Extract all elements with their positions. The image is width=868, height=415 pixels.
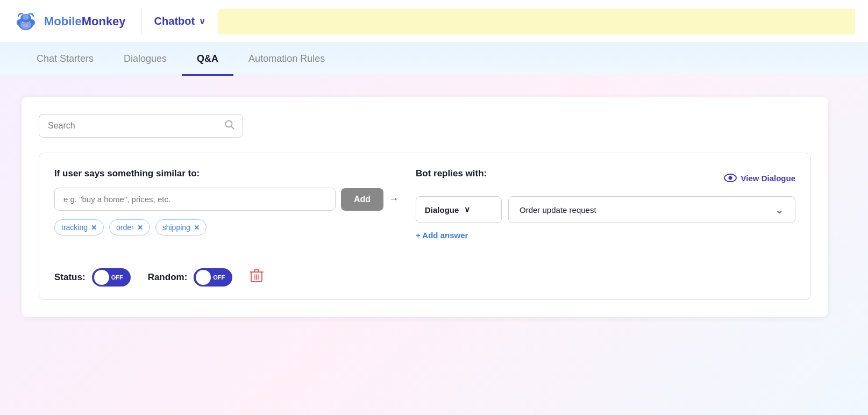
- header: MobileMonkey Chatbot ∨: [0, 0, 868, 43]
- right-section: Bot replies with: View Dialogue: [416, 168, 795, 240]
- tags-row: tracking ✕ order ✕ shipping ✕: [54, 219, 399, 235]
- status-toggle-label: OFF: [111, 274, 123, 281]
- tab-qna[interactable]: Q&A: [182, 44, 233, 76]
- random-row: Random: OFF: [148, 268, 233, 287]
- dialogue-type-label: Dialogue: [425, 205, 459, 214]
- dialogue-response-select[interactable]: Order update request ⌄: [508, 196, 795, 223]
- search-container: [39, 114, 811, 138]
- response-chevron-icon: ⌄: [775, 203, 784, 216]
- chatbot-label: Chatbot: [154, 15, 195, 27]
- tag-shipping: shipping ✕: [155, 219, 207, 235]
- right-section-title: Bot replies with:: [416, 168, 487, 179]
- chevron-down-icon: ∨: [199, 16, 205, 26]
- svg-point-8: [23, 24, 29, 27]
- search-input[interactable]: [39, 114, 243, 138]
- view-dialogue-button[interactable]: View Dialogue: [724, 174, 795, 183]
- arrow-icon: →: [389, 194, 399, 205]
- svg-point-14: [728, 176, 732, 180]
- qa-card: If user says something similar to: Add →…: [22, 97, 828, 317]
- phrase-input[interactable]: [54, 188, 336, 211]
- eye-icon: [724, 174, 737, 182]
- svg-point-10: [23, 15, 29, 20]
- delete-button[interactable]: [250, 268, 264, 287]
- tab-chat-starters[interactable]: Chat Starters: [22, 44, 109, 76]
- qa-top: If user says something similar to: Add →…: [54, 168, 795, 240]
- left-section-title: If user says something similar to:: [54, 168, 399, 179]
- add-answer-button[interactable]: + Add answer: [416, 231, 468, 240]
- tag-order-label: order: [116, 223, 134, 232]
- view-dialogue-label: View Dialogue: [741, 174, 795, 183]
- logo-text: MobileMonkey: [44, 15, 126, 28]
- right-header: Bot replies with: View Dialogue: [416, 168, 795, 188]
- tag-shipping-remove[interactable]: ✕: [194, 224, 200, 232]
- nav-tabs: Chat Starters Dialogues Q&A Automation R…: [0, 43, 868, 75]
- random-label: Random:: [148, 272, 188, 283]
- qa-bottom: Status: OFF Random: OFF: [54, 257, 795, 287]
- status-toggle[interactable]: OFF: [92, 268, 131, 287]
- status-row: Status: OFF: [54, 268, 131, 287]
- trash-icon: [250, 268, 264, 283]
- dialogue-response-label: Order update request: [520, 205, 596, 214]
- tag-tracking-remove[interactable]: ✕: [91, 224, 97, 232]
- logo-area: MobileMonkey: [13, 9, 141, 34]
- header-banner: [218, 9, 855, 34]
- status-label: Status:: [54, 272, 86, 283]
- tag-tracking: tracking ✕: [54, 219, 104, 235]
- main-content: If user says something similar to: Add →…: [0, 75, 868, 415]
- chatbot-dropdown-button[interactable]: Chatbot ∨: [154, 15, 206, 27]
- add-button[interactable]: Add: [341, 188, 383, 211]
- qa-row: If user says something similar to: Add →…: [39, 153, 811, 300]
- input-add-row: Add →: [54, 188, 399, 211]
- random-toggle-thumb: [196, 270, 211, 285]
- status-toggle-thumb: [94, 270, 109, 285]
- logo-icon: [13, 9, 39, 34]
- dialogue-selects: Dialogue ∨ Order update request ⌄: [416, 196, 795, 223]
- random-toggle-label: OFF: [213, 274, 225, 281]
- dialogue-type-select[interactable]: Dialogue ∨: [416, 196, 502, 223]
- random-toggle[interactable]: OFF: [194, 268, 232, 287]
- dialogue-chevron-icon: ∨: [464, 205, 470, 214]
- tag-order: order ✕: [109, 219, 150, 235]
- tag-shipping-label: shipping: [162, 223, 190, 232]
- tag-order-remove[interactable]: ✕: [137, 224, 143, 232]
- tab-automation-rules[interactable]: Automation Rules: [233, 44, 340, 76]
- tab-dialogues[interactable]: Dialogues: [109, 44, 182, 76]
- left-section: If user says something similar to: Add →…: [54, 168, 399, 235]
- tag-tracking-label: tracking: [61, 223, 88, 232]
